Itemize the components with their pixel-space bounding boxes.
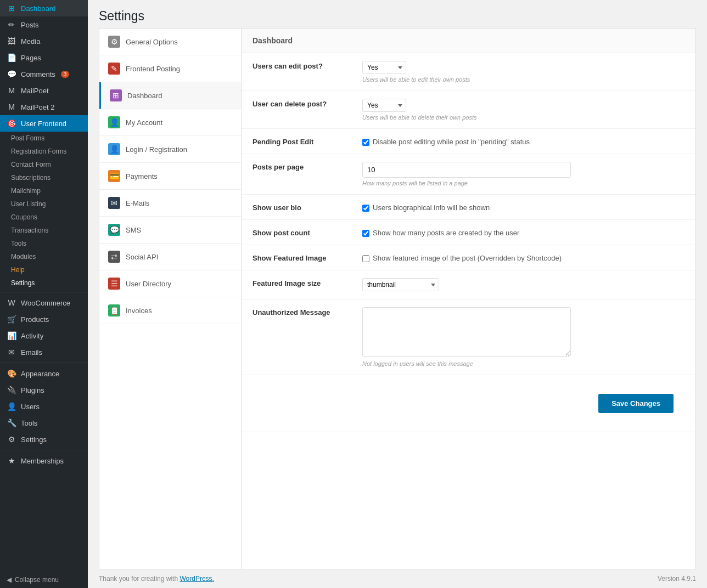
settings-icon: ⚙	[7, 435, 16, 444]
sidebar-item-label: Settings	[21, 436, 47, 444]
sidebar-item-appearance[interactable]: 🎨 Appearance	[0, 365, 88, 382]
nav-item-my-account[interactable]: 👤 My Account	[99, 109, 241, 136]
sidebar-item-user-frontend[interactable]: 🎯 User Frontend	[0, 115, 88, 132]
nav-item-general-options[interactable]: ⚙ General Options	[99, 29, 241, 55]
sidebar-sub-coupons[interactable]: Coupons	[0, 211, 88, 224]
nav-item-dashboard[interactable]: ⊞ Dashboard	[99, 82, 241, 109]
field-desc-posts-per-page: How many posts will be listed in a page	[362, 180, 684, 186]
nav-item-frontend-posting[interactable]: ✎ Frontend Posting	[99, 55, 241, 82]
sms-icon: 💬	[108, 224, 120, 236]
sidebar-item-label: Users	[21, 403, 40, 411]
sidebar-item-memberships[interactable]: ★ Memberships	[0, 453, 88, 469]
table-row: Pending Post Edit Disable post editing w…	[242, 129, 695, 154]
sidebar-sub-user-listing[interactable]: User Listing	[0, 197, 88, 211]
sidebar-item-comments[interactable]: 💬 Comments 3	[0, 66, 88, 82]
activity-icon: 📊	[7, 331, 16, 340]
nav-item-login-registration[interactable]: 👤 Login / Registration	[99, 136, 241, 163]
sidebar-item-mailpoet[interactable]: M MailPoet	[0, 82, 88, 99]
table-row: Show post count Show how many posts are …	[242, 220, 695, 245]
nav-label-login-registration: Login / Registration	[126, 145, 187, 154]
show-user-bio-label: Users biographical info will be shown	[373, 203, 490, 212]
sidebar-item-label: Activity	[21, 332, 43, 340]
nav-item-payments[interactable]: 💳 Payments	[99, 163, 241, 190]
media-icon: 🖼	[7, 37, 16, 46]
sidebar-sub-post-forms[interactable]: Post Forms	[0, 132, 88, 145]
main-content: Settings ⚙ General Options ✎ Frontend Po…	[88, 0, 707, 588]
field-desc-user-delete: Users will be able to delete their own p…	[362, 114, 684, 121]
nav-item-e-mails[interactable]: ✉ E-Mails	[99, 190, 241, 217]
field-label-user-delete: User can delete post?	[242, 91, 351, 129]
save-spacer	[242, 375, 351, 432]
field-label-show-post-count: Show post count	[242, 220, 351, 245]
field-label-unauthorized-message: Unauthorized Message	[242, 299, 351, 375]
sidebar-item-label: Posts	[21, 21, 39, 29]
posts-per-page-input[interactable]	[362, 162, 571, 178]
show-post-count-checkbox-row: Show how many posts are created by the u…	[362, 229, 684, 237]
sidebar-sub-modules[interactable]: Modules	[0, 250, 88, 263]
field-label-posts-per-page: Posts per page	[242, 154, 351, 195]
sidebar-item-media[interactable]: 🖼 Media	[0, 33, 88, 49]
sidebar-sub-registration-forms[interactable]: Registration Forms	[0, 145, 88, 158]
field-value-show-user-bio: Users biographical info will be shown	[351, 195, 695, 220]
sidebar-sub-help[interactable]: Help	[0, 263, 88, 276]
nav-label-invoices: Invoices	[126, 307, 152, 315]
unauthorized-message-textarea[interactable]	[362, 307, 571, 357]
sidebar-item-pages[interactable]: 📄 Pages	[0, 49, 88, 66]
sidebar-sub-mailchimp[interactable]: Mailchimp	[0, 184, 88, 197]
sidebar-sub-transactions[interactable]: Transactions	[0, 224, 88, 237]
comments-badge: 3	[61, 71, 70, 78]
show-featured-image-checkbox[interactable]	[362, 255, 369, 262]
sidebar-item-label: Pages	[21, 54, 41, 62]
mailpoet2-icon: M	[7, 103, 16, 111]
nav-item-social-api[interactable]: ⇄ Social API	[99, 244, 241, 270]
user-frontend-icon: 🎯	[7, 119, 16, 128]
sidebar-item-label: Media	[21, 37, 40, 46]
settings-layout: ⚙ General Options ✎ Frontend Posting ⊞ D…	[99, 28, 696, 569]
nav-item-invoices[interactable]: 📋 Invoices	[99, 297, 241, 324]
sidebar-item-plugins[interactable]: 🔌 Plugins	[0, 382, 88, 398]
field-value-unauthorized-message: Not logged in users will see this messag…	[351, 299, 695, 375]
field-value-users-can-edit: Yes No Users will be able to edit their …	[351, 53, 695, 91]
payments-icon: 💳	[108, 170, 120, 182]
sidebar-sub-settings[interactable]: Settings	[0, 276, 88, 290]
sidebar-item-users[interactable]: 👤 Users	[0, 398, 88, 415]
save-row: Save Changes	[362, 383, 684, 424]
sidebar-item-tools2[interactable]: 🔧 Tools	[0, 415, 88, 431]
pending-post-edit-checkbox[interactable]	[362, 139, 369, 146]
sidebar-item-label: Tools	[21, 419, 37, 427]
sidebar-item-label: Dashboard	[21, 4, 56, 13]
plugins-icon: 🔌	[7, 386, 16, 394]
field-value-show-featured-image: Show featured image of the post (Overrid…	[351, 245, 695, 270]
show-post-count-checkbox[interactable]	[362, 230, 369, 237]
sidebar-sub-contact-form[interactable]: Contact Form	[0, 158, 88, 171]
sidebar-item-posts[interactable]: ✏ Posts	[0, 16, 88, 33]
sidebar-item-dashboard[interactable]: ⊞ Dashboard	[0, 0, 88, 16]
tools-icon: 🔧	[7, 419, 16, 427]
users-can-edit-select[interactable]: Yes No	[362, 61, 406, 74]
sidebar-sub-tools[interactable]: Tools	[0, 237, 88, 250]
sidebar-item-emails[interactable]: ✉ Emails	[0, 344, 88, 360]
sidebar-item-woocommerce[interactable]: W WooCommerce	[0, 295, 88, 311]
save-changes-button[interactable]: Save Changes	[598, 394, 674, 413]
sidebar-item-settings2[interactable]: ⚙ Settings	[0, 431, 88, 448]
sidebar-item-mailpoet2[interactable]: M MailPoet 2	[0, 99, 88, 115]
wordpress-link[interactable]: WordPress.	[179, 575, 214, 583]
nav-label-e-mails: E-Mails	[126, 199, 149, 207]
sidebar-item-label: Appearance	[21, 370, 59, 378]
user-can-delete-select[interactable]: Yes No	[362, 99, 406, 112]
featured-image-size-select[interactable]: thumbnail medium large full	[362, 278, 439, 291]
field-value-featured-image-size: thumbnail medium large full	[351, 270, 695, 299]
account-icon: 👤	[108, 116, 120, 128]
sidebar-sub-subscriptions[interactable]: Subscriptions	[0, 171, 88, 184]
sidebar-item-activity[interactable]: 📊 Activity	[0, 327, 88, 344]
field-value-user-delete: Yes No Users will be able to delete thei…	[351, 91, 695, 129]
nav-item-sms[interactable]: 💬 SMS	[99, 217, 241, 244]
woocommerce-icon: W	[7, 298, 16, 307]
nav-label-my-account: My Account	[126, 118, 162, 127]
sidebar-item-products[interactable]: 🛒 Products	[0, 311, 88, 327]
table-row: Unauthorized Message Not logged in users…	[242, 299, 695, 375]
collapse-menu[interactable]: ◀ Collapse menu	[0, 572, 88, 588]
show-user-bio-checkbox[interactable]	[362, 205, 369, 212]
nav-item-user-directory[interactable]: ☰ User Directory	[99, 270, 241, 297]
settings-table: Users can edit post? Yes No Users will b…	[242, 53, 695, 432]
